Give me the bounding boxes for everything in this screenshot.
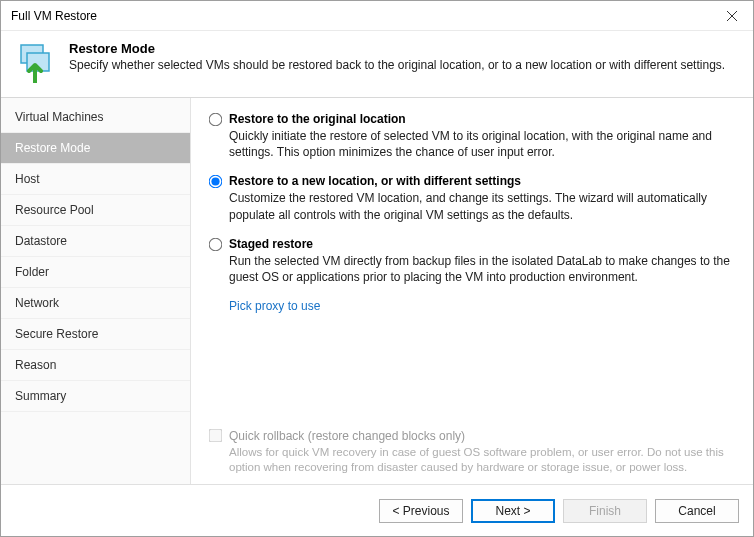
sidebar-item-resource-pool[interactable]: Resource Pool [1,195,190,226]
close-button[interactable] [711,1,753,31]
option-title: Restore to a new location, or with diffe… [229,174,735,188]
pick-proxy-link[interactable]: Pick proxy to use [229,299,320,313]
sidebar-item-host[interactable]: Host [1,164,190,195]
content: Restore to the original locationQuickly … [191,98,753,484]
sidebar-item-virtual-machines[interactable]: Virtual Machines [1,102,190,133]
option-list: Restore to the original locationQuickly … [209,112,735,421]
finish-button: Finish [563,499,647,523]
header-subtitle: Specify whether selected VMs should be r… [69,58,725,72]
header-title: Restore Mode [69,41,725,56]
option-desc: Quickly initiate the restore of selected… [229,128,735,160]
restore-icon [15,41,57,83]
sidebar-item-label: Restore Mode [15,141,90,155]
body: Virtual MachinesRestore ModeHostResource… [1,97,753,484]
wizard-window: Full VM Restore Restore Mode Specify whe… [0,0,754,537]
sidebar-item-label: Folder [15,265,49,279]
sidebar-item-secure-restore[interactable]: Secure Restore [1,319,190,350]
button-row: < Previous Next > Finish Cancel [1,484,753,536]
sidebar-item-folder[interactable]: Folder [1,257,190,288]
proxy-link-row: Pick proxy to use [229,299,735,313]
option-desc: Customize the restored VM location, and … [229,190,735,222]
sidebar-item-label: Resource Pool [15,203,94,217]
sidebar-item-label: Host [15,172,40,186]
sidebar-item-reason[interactable]: Reason [1,350,190,381]
sidebar-item-label: Datastore [15,234,67,248]
sidebar-item-datastore[interactable]: Datastore [1,226,190,257]
titlebar: Full VM Restore [1,1,753,31]
previous-button[interactable]: < Previous [379,499,463,523]
option-title: Staged restore [229,237,735,251]
window-title: Full VM Restore [11,9,711,23]
option-staged: Staged restoreRun the selected VM direct… [209,237,735,285]
sidebar-item-summary[interactable]: Summary [1,381,190,412]
option-new: Restore to a new location, or with diffe… [209,174,735,222]
radio-new[interactable] [209,175,223,189]
sidebar-item-label: Virtual Machines [15,110,104,124]
header-text: Restore Mode Specify whether selected VM… [69,41,725,72]
sidebar-item-label: Network [15,296,59,310]
radio-original[interactable] [209,113,223,127]
quick-rollback-checkbox [209,429,223,443]
sidebar-item-label: Secure Restore [15,327,98,341]
option-title: Restore to the original location [229,112,735,126]
next-button[interactable]: Next > [471,499,555,523]
cancel-button[interactable]: Cancel [655,499,739,523]
radio-staged[interactable] [209,237,223,251]
quick-rollback-row: Quick rollback (restore changed blocks o… [209,421,735,476]
sidebar-item-label: Summary [15,389,66,403]
header: Restore Mode Specify whether selected VM… [1,31,753,97]
quick-rollback-desc: Allows for quick VM recovery in case of … [229,445,735,476]
option-desc: Run the selected VM directly from backup… [229,253,735,285]
quick-rollback-label: Quick rollback (restore changed blocks o… [229,429,735,443]
sidebar: Virtual MachinesRestore ModeHostResource… [1,98,191,484]
sidebar-item-network[interactable]: Network [1,288,190,319]
sidebar-item-label: Reason [15,358,56,372]
option-original: Restore to the original locationQuickly … [209,112,735,160]
close-icon [727,11,737,21]
sidebar-item-restore-mode[interactable]: Restore Mode [1,133,190,164]
